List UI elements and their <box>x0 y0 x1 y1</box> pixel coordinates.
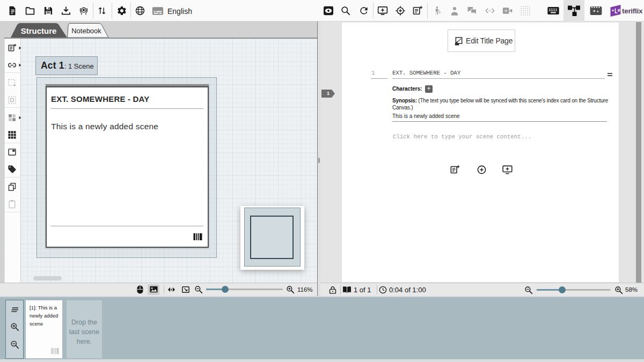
svg-text:Notebook: Notebook <box>71 27 101 35</box>
svg-text:Structure: Structure <box>21 26 57 35</box>
